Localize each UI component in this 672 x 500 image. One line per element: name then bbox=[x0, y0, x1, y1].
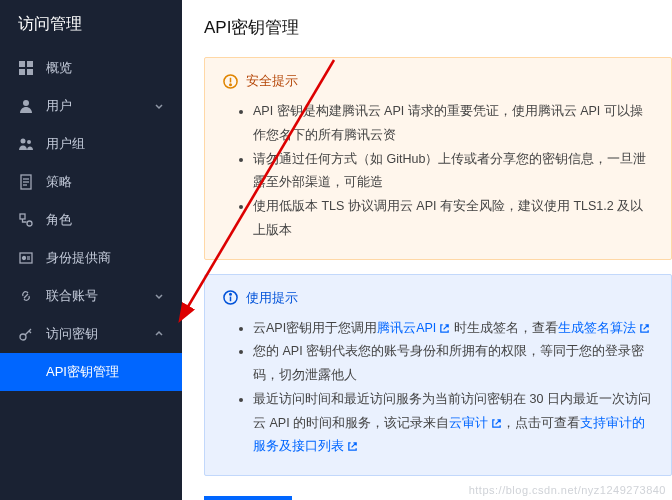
sidebar-item-label: 用户 bbox=[46, 97, 72, 115]
idp-icon bbox=[18, 250, 34, 266]
main-content: API密钥管理 安全提示 API 密钥是构建腾讯云 API 请求的重要凭证，使用… bbox=[182, 0, 672, 500]
sidebar-item-accesskey[interactable]: 访问密钥 bbox=[0, 315, 182, 353]
sidebar-item-label: 身份提供商 bbox=[46, 249, 111, 267]
alert-title: 安全提示 bbox=[246, 72, 298, 90]
link-sign-algo[interactable]: 生成签名算法 bbox=[558, 321, 636, 335]
external-link-icon bbox=[439, 323, 450, 334]
sidebar-title: 访问管理 bbox=[0, 0, 182, 49]
link-tencent-api[interactable]: 腾讯云API bbox=[377, 321, 436, 335]
external-link-icon bbox=[347, 441, 358, 452]
svg-rect-0 bbox=[19, 61, 25, 67]
sidebar-item-user[interactable]: 用户 bbox=[0, 87, 182, 125]
alert-item: 请勿通过任何方式（如 GitHub）上传或者分享您的密钥信息，一旦泄露至外部渠道… bbox=[253, 148, 653, 196]
svg-rect-3 bbox=[27, 69, 33, 75]
sidebar-item-usergroup[interactable]: 用户组 bbox=[0, 125, 182, 163]
link-cloud-audit[interactable]: 云审计 bbox=[449, 416, 488, 430]
alert-item: 使用低版本 TLS 协议调用云 API 有安全风险，建议使用 TLS1.2 及以… bbox=[253, 195, 653, 243]
external-link-icon bbox=[491, 418, 502, 429]
watermark: https://blog.csdn.net/nyz1249273840 bbox=[469, 484, 666, 496]
new-key-button[interactable]: 新建密钥 bbox=[204, 496, 292, 500]
key-icon bbox=[18, 326, 34, 342]
svg-point-23 bbox=[230, 293, 232, 295]
chevron-down-icon bbox=[154, 101, 164, 111]
role-icon bbox=[18, 212, 34, 228]
svg-rect-1 bbox=[27, 61, 33, 67]
info-icon bbox=[223, 290, 238, 305]
sidebar-item-label: 访问密钥 bbox=[46, 325, 98, 343]
grid-icon bbox=[18, 60, 34, 76]
svg-point-6 bbox=[27, 140, 31, 144]
alert-item: 云API密钥用于您调用腾讯云API 时生成签名，查看生成签名算法 bbox=[253, 317, 653, 341]
page-title: API密钥管理 bbox=[182, 0, 672, 57]
sidebar-item-role[interactable]: 角色 bbox=[0, 201, 182, 239]
sidebar-item-overview[interactable]: 概览 bbox=[0, 49, 182, 87]
security-alert: 安全提示 API 密钥是构建腾讯云 API 请求的重要凭证，使用腾讯云 API … bbox=[204, 57, 672, 260]
doc-icon bbox=[18, 174, 34, 190]
sidebar-subitem-apikey[interactable]: API密钥管理 bbox=[0, 353, 182, 391]
sidebar-item-federated[interactable]: 联合账号 bbox=[0, 277, 182, 315]
users-icon bbox=[18, 136, 34, 152]
svg-point-5 bbox=[21, 139, 26, 144]
alert-item: API 密钥是构建腾讯云 API 请求的重要凭证，使用腾讯云 API 可以操作您… bbox=[253, 100, 653, 148]
link-icon bbox=[18, 288, 34, 304]
svg-rect-2 bbox=[19, 69, 25, 75]
alert-title: 使用提示 bbox=[246, 289, 298, 307]
sidebar-item-label: 联合账号 bbox=[46, 287, 98, 305]
svg-point-20 bbox=[230, 84, 232, 86]
svg-point-4 bbox=[23, 100, 29, 106]
sidebar-item-label: 角色 bbox=[46, 211, 72, 229]
user-icon bbox=[18, 98, 34, 114]
sidebar-item-label: 策略 bbox=[46, 173, 72, 191]
sidebar-item-label: 概览 bbox=[46, 59, 72, 77]
chevron-up-icon bbox=[154, 329, 164, 339]
sidebar: 访问管理 概览 用户 用户组 策略 角色 身份提供商 联合账 bbox=[0, 0, 182, 500]
alert-item: 您的 API 密钥代表您的账号身份和所拥有的权限，等同于您的登录密码，切勿泄露他… bbox=[253, 340, 653, 388]
svg-point-14 bbox=[23, 257, 26, 260]
sidebar-item-label: 用户组 bbox=[46, 135, 85, 153]
sidebar-item-idp[interactable]: 身份提供商 bbox=[0, 239, 182, 277]
warning-icon bbox=[223, 74, 238, 89]
alert-item: 最近访问时间和最近访问服务为当前访问密钥在 30 日内最近一次访问云 API 的… bbox=[253, 388, 653, 459]
svg-rect-11 bbox=[20, 214, 25, 219]
sidebar-item-policy[interactable]: 策略 bbox=[0, 163, 182, 201]
chevron-down-icon bbox=[154, 291, 164, 301]
usage-alert: 使用提示 云API密钥用于您调用腾讯云API 时生成签名，查看生成签名算法 您的… bbox=[204, 274, 672, 477]
svg-point-12 bbox=[27, 221, 32, 226]
external-link-icon bbox=[639, 323, 650, 334]
